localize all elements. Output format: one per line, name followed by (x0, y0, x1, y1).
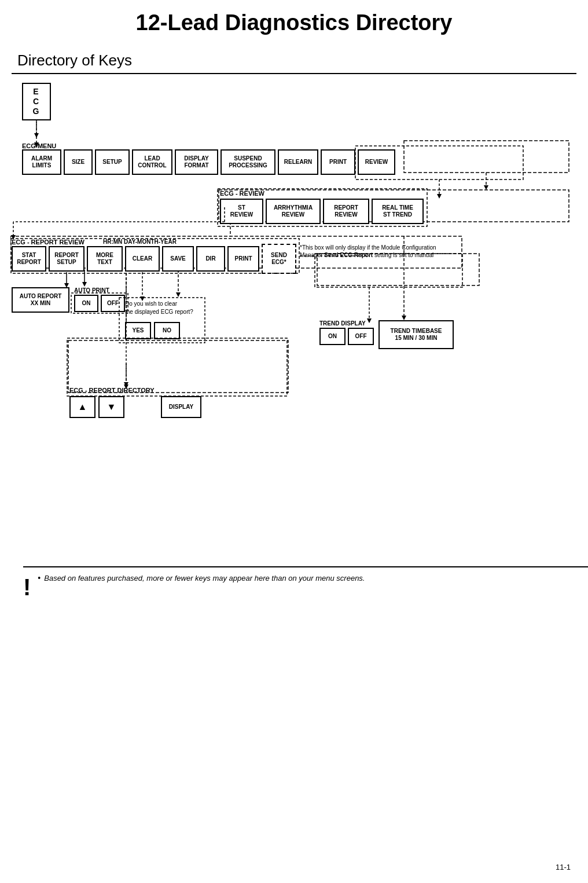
section-title: Directory of Keys (0, 41, 588, 73)
bullet-point: • (38, 573, 41, 582)
footnote-text: Based on features purchased, more or few… (44, 574, 365, 582)
svg-marker-4 (484, 185, 488, 190)
ecg-report-review-label: ECG - REPORT REVIEW (12, 239, 84, 246)
report-review-key[interactable]: REPORTREVIEW (323, 199, 369, 224)
footnote-area: ! • Based on features purchased, more or… (23, 566, 588, 599)
svg-marker-13 (402, 316, 406, 320)
lead-control-key[interactable]: LEADCONTROL (132, 149, 172, 175)
print-key-report[interactable]: PRINT (227, 246, 259, 272)
size-key[interactable]: SIZE (64, 149, 93, 175)
display-key[interactable]: DISPLAY (161, 396, 201, 418)
ecg-box[interactable]: ECG (22, 83, 51, 120)
svg-rect-2 (404, 141, 569, 173)
auto-print-label: AUTO PRINT (74, 287, 109, 294)
trend-timebase-key[interactable]: TREND TIMEBASE15 MIN / 30 MIN (378, 320, 454, 349)
trend-display-on-key[interactable]: ON (319, 328, 346, 345)
ecg-menu-label: ECG MENU (22, 142, 56, 149)
setup-key[interactable]: SETUP (95, 149, 130, 175)
svg-marker-25 (437, 194, 442, 199)
real-time-st-trend-key[interactable]: REAL TIMEST TREND (372, 199, 424, 224)
svg-marker-41 (367, 318, 372, 323)
page-title: 12-Lead Diagnostics Directory (0, 0, 588, 41)
auto-print-off-key[interactable]: OFF (101, 295, 125, 312)
print-key-menu[interactable]: PRINT (321, 149, 355, 175)
report-setup-key[interactable]: REPORTSETUP (49, 246, 84, 272)
auto-report-key[interactable]: AUTO REPORTXX MIN (12, 287, 69, 313)
review-key[interactable]: REVIEW (358, 149, 395, 175)
more-text-key[interactable]: MORETEXT (87, 246, 123, 272)
clear-confirm-text: Do you wish to clearthe displayed ECG re… (125, 300, 218, 316)
hr-label: HR:MN DAY-MONTH-YEAR (103, 239, 177, 245)
relearn-key[interactable]: RELEARN (278, 149, 318, 175)
trend-display-off-key[interactable]: OFF (348, 328, 374, 345)
yes-key[interactable]: YES (125, 322, 151, 339)
clear-key[interactable]: CLEAR (125, 246, 160, 272)
diagram-area: ECG ECG MENU ALARMLIMITS SIZE SETUP LEAD… (10, 74, 578, 595)
page-number: 11-1 (556, 863, 571, 871)
send-ecg-note: *This box will only display if the Modul… (300, 244, 450, 259)
exclamation-icon: ! (23, 576, 31, 599)
suspend-processing-key[interactable]: SUSPENDPROCESSING (220, 149, 275, 175)
save-key[interactable]: SAVE (162, 246, 194, 272)
ecg-report-directory-label: ECG - REPORT DIRECTORY (69, 387, 155, 394)
arrhythmia-review-key[interactable]: ARRHYTHMIAREVIEW (266, 199, 321, 224)
no-key[interactable]: NO (154, 322, 180, 339)
svg-rect-18 (68, 340, 288, 393)
alarm-limits-key[interactable]: ALARMLIMITS (22, 149, 61, 175)
auto-print-on-key[interactable]: ON (74, 295, 98, 312)
up-arrow-key[interactable]: ▲ (69, 396, 95, 418)
svg-marker-9 (82, 282, 87, 287)
st-review-key[interactable]: STREVIEW (220, 199, 263, 224)
svg-marker-1 (34, 133, 39, 138)
svg-marker-17 (124, 382, 128, 387)
svg-marker-11 (176, 292, 181, 297)
down-arrow-key[interactable]: ▼ (98, 396, 124, 418)
trend-display-label: TREND DISPLAY (319, 320, 366, 327)
ecg-review-label: ECG - REVIEW (220, 190, 264, 197)
send-ecg-key[interactable]: SENDECG* (262, 244, 296, 274)
display-format-key[interactable]: DISPLAYFORMAT (175, 149, 218, 175)
stat-report-key[interactable]: STATREPORT (12, 246, 46, 272)
dir-key[interactable]: DIR (196, 246, 225, 272)
